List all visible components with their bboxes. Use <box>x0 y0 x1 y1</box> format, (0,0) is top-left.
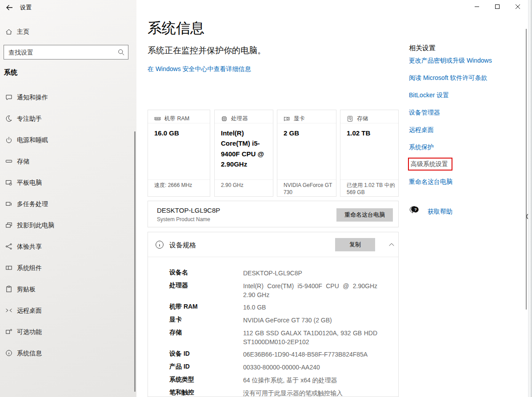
sidebar-section-title: 系统 <box>4 68 17 77</box>
link-bitlocker[interactable]: BitLocker 设置 <box>409 91 449 99</box>
power-sleep-icon <box>5 136 12 143</box>
sidebar-item-project[interactable]: 投影到此电脑 <box>0 216 135 234</box>
link-system-protection[interactable]: 系统保护 <box>409 143 434 151</box>
sidebar-item-clipboard[interactable]: 剪贴板 <box>0 280 135 298</box>
card-value: Intel(R) Core(TM) i5-9400F CPU @ 2.90GHz <box>221 128 269 169</box>
related-settings-title: 相关设置 <box>409 44 436 52</box>
disk-icon <box>347 115 353 122</box>
device-name-panel: DESKTOP-LGL9C8P System Product Name 重命名这… <box>148 201 399 227</box>
help-icon: ? <box>408 206 420 215</box>
card-label: 机带 RAM <box>164 115 189 123</box>
project-icon <box>5 222 12 229</box>
card-footer: NVIDIA GeForce GT 730 <box>277 179 336 196</box>
settings-window: 设置 主页 系统 通知和操作 专注助手 电源和睡眠 <box>0 0 532 397</box>
back-button[interactable] <box>3 2 16 13</box>
search-input[interactable] <box>4 45 128 59</box>
storage-icon <box>5 158 12 165</box>
card-footer: 已使用 1.02 TB 中的 569 GB <box>340 179 398 196</box>
window-edge-strip <box>528 0 532 397</box>
window-controls <box>467 0 528 13</box>
link-remote-desktop[interactable]: 远程桌面 <box>409 126 434 134</box>
back-arrow-icon <box>6 4 13 11</box>
multitasking-icon <box>5 200 12 207</box>
link-ms-license[interactable]: 阅读 Microsoft 软件许可条款 <box>409 74 488 82</box>
app-title: 设置 <box>20 4 32 12</box>
main-content: 系统信息 系统正在监控并保护你的电脑。 在 Windows 安全中心中查看详细信… <box>136 0 532 397</box>
search-icon[interactable] <box>118 49 125 56</box>
card-label: 显卡 <box>294 115 305 123</box>
sidebar: 设置 主页 系统 通知和操作 专注助手 电源和睡眠 <box>0 0 136 397</box>
optional-features-icon <box>5 328 12 335</box>
minimize-icon <box>475 4 479 9</box>
sidebar-item-remote-desktop[interactable]: 远程桌面 <box>0 302 135 319</box>
maximize-button[interactable] <box>487 0 508 13</box>
card-label: 存储 <box>357 115 368 123</box>
cpu-icon <box>221 115 228 122</box>
card-label: 处理器 <box>231 115 248 123</box>
rename-pc-button[interactable]: 重命名这台电脑 <box>336 208 393 222</box>
tablet-icon <box>5 179 12 186</box>
sidebar-item-shared-experiences[interactable]: 体验共享 <box>0 238 135 255</box>
sidebar-item-focus-assist[interactable]: 专注助手 <box>0 110 135 127</box>
storage-card: 存储 1.02 TB 已使用 1.02 TB 中的 569 GB <box>340 110 399 197</box>
maximize-icon <box>495 4 500 9</box>
main-scrollbar[interactable] <box>526 29 527 310</box>
focus-assist-icon <box>5 115 12 122</box>
gpu-card: 显卡 2 GB NVIDIA GeForce GT 730 <box>277 110 336 197</box>
link-change-product-key[interactable]: 更改产品密钥或升级 Windows <box>409 57 492 65</box>
sidebar-item-power-sleep[interactable]: 电源和睡眠 <box>0 131 135 149</box>
cpu-card: 处理器 Intel(R) Core(TM) i5-9400F CPU @ 2.9… <box>214 110 273 197</box>
svg-text:?: ? <box>414 207 417 212</box>
close-button[interactable] <box>508 0 528 13</box>
gpu-icon <box>284 115 290 122</box>
info-icon <box>155 240 164 249</box>
sidebar-item-about[interactable]: 系统信息 <box>0 344 135 362</box>
sidebar-item-system-components[interactable]: 系统组件 <box>0 259 135 277</box>
card-footer: 速度: 2666 MHz <box>148 179 210 196</box>
sidebar-item-home[interactable]: 主页 <box>0 25 135 43</box>
search-box <box>4 45 128 60</box>
security-center-link[interactable]: 在 Windows 安全中心中查看详细信息 <box>148 65 251 73</box>
card-value: 2 GB <box>284 128 332 138</box>
specs-header: 设备规格 复制 <box>148 232 398 257</box>
ram-icon <box>154 115 161 122</box>
card-footer: 2.90 GHz <box>215 179 273 196</box>
link-get-help[interactable]: 获取帮助 <box>428 208 452 216</box>
minimize-button[interactable] <box>467 0 487 13</box>
device-name: DESKTOP-LGL9C8P <box>157 206 220 214</box>
link-advanced-system-settings[interactable]: 高级系统设置 <box>411 160 448 168</box>
page-title: 系统信息 <box>148 19 204 38</box>
device-specs-panel: 设备规格 复制 设备名 DESKTOP-LGL9C8P 处理器 Intel(R)… <box>148 232 399 397</box>
device-product-name: System Product Name <box>157 216 210 222</box>
specs-title: 设备规格 <box>169 241 196 250</box>
about-icon <box>5 349 12 357</box>
ram-card: 机带 RAM 16.0 GB 速度: 2666 MHz <box>148 110 210 197</box>
copy-button[interactable]: 复制 <box>335 238 375 251</box>
home-icon <box>5 28 12 36</box>
page-subtitle: 系统正在监控并保护你的电脑。 <box>148 45 266 56</box>
sidebar-item-tablet[interactable]: 平板电脑 <box>0 174 135 191</box>
advanced-settings-highlight-box: 高级系统设置 <box>408 158 452 171</box>
close-icon <box>516 4 520 9</box>
sidebar-item-storage[interactable]: 存储 <box>0 152 135 170</box>
sidebar-item-notifications[interactable]: 通知和操作 <box>0 88 135 106</box>
sidebar-item-multitasking[interactable]: 多任务处理 <box>0 195 135 213</box>
card-value: 1.02 TB <box>347 128 395 138</box>
shared-experiences-icon <box>5 243 12 250</box>
link-rename-pc[interactable]: 重命名这台电脑 <box>409 178 452 186</box>
system-components-icon <box>5 264 12 271</box>
notifications-icon <box>5 94 12 101</box>
clipboard-icon <box>5 286 12 293</box>
home-label: 主页 <box>17 28 29 36</box>
remote-desktop-icon <box>5 307 12 314</box>
link-device-manager[interactable]: 设备管理器 <box>409 109 440 117</box>
card-value: 16.0 GB <box>154 128 206 138</box>
sidebar-item-optional-features[interactable]: 可选功能 <box>0 323 135 341</box>
sidebar-scrollbar[interactable] <box>134 131 136 392</box>
chevron-up-icon[interactable] <box>388 241 395 248</box>
